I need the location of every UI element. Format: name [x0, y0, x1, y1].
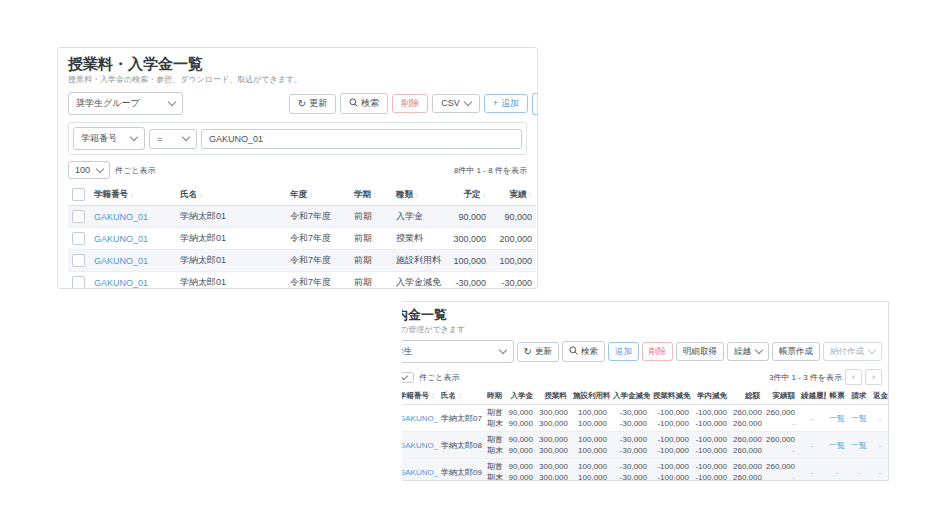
col-admission-fee: 入学金: [504, 388, 536, 405]
select-all-header[interactable]: [68, 184, 90, 206]
student-group-select[interactable]: ての学生: [402, 340, 514, 363]
refresh-button[interactable]: ↻ 更新: [517, 342, 559, 362]
cell-type: 入学金: [392, 206, 448, 228]
cell-name: 学納太郎01: [176, 206, 286, 228]
add-button[interactable]: 追加: [608, 342, 639, 361]
page-size-select[interactable]: 100: [68, 161, 110, 179]
cell-name: 学納太郎08: [438, 432, 484, 459]
refresh-button-label: 更新: [535, 347, 552, 356]
cell-year: 令和7年度: [286, 228, 350, 250]
table-row: GAKUNO_08 学納太郎08 期首期末 90,00090,000 300,0…: [402, 432, 889, 459]
cell-carryover: -: [798, 459, 826, 482]
student-id-link[interactable]: GAKUNO_01: [94, 212, 148, 222]
table-header-row: 学籍番号↕ 氏名↕ 時期 入学金 授業料 施設利用料 入学金減免 授業料減免 学…: [402, 388, 889, 405]
delete-button-label: 削除: [649, 347, 666, 356]
col-planned[interactable]: 予定↕: [448, 184, 490, 206]
per-page-label: 件ごと表示: [115, 165, 155, 176]
chevron-down-icon: [402, 371, 408, 379]
invoice-list-link[interactable]: 一覧: [851, 414, 867, 423]
toolbar: 奨学生グループ ↻ 更新 検索 削除 CSV + 追加: [68, 92, 527, 115]
col-tuition: 授業料: [536, 388, 570, 405]
cell-carryover: -: [798, 432, 826, 459]
student-id-link[interactable]: GAKUNO_01: [94, 256, 148, 266]
delete-button[interactable]: 削除: [642, 342, 673, 361]
table-header-row: 学籍番号↕ 氏名↕ 年度↕ 学期↕ 種類↕ 予定↕ 実績↕: [68, 184, 536, 206]
screen: { "panel1": { "title": "授業料・入学金一覧", "sub…: [0, 0, 928, 522]
refresh-button[interactable]: ↻ 更新: [289, 94, 336, 114]
filter-field-select[interactable]: 学籍番号: [73, 127, 145, 150]
student-id-link[interactable]: GAKUNO_07: [402, 414, 438, 423]
col-name[interactable]: 氏名↕: [176, 184, 286, 206]
next-page-button[interactable]: ›: [865, 369, 882, 385]
table-row: GAKUNO_01 学納太郎01 令和7年度 前期 入学金 90,000 90,…: [68, 206, 536, 228]
report-list-link[interactable]: 一覧: [829, 441, 845, 450]
cell-carryover: -: [798, 405, 826, 432]
col-student-id[interactable]: 学籍番号↕: [402, 388, 438, 405]
add-button[interactable]: + 追加: [484, 94, 528, 113]
deposit-list-panel: 内金一覧 の管理ができます ての学生 ↻ 更新 検索 追加 削除 明細取得 繰越: [402, 301, 889, 481]
chevron-down-icon: [182, 133, 190, 141]
page-size-value: 100: [75, 165, 90, 175]
col-actual[interactable]: 実績↕: [490, 184, 536, 206]
row-checkbox[interactable]: [72, 254, 85, 267]
student-id-link[interactable]: GAKUNO_08: [402, 441, 438, 450]
search-button[interactable]: 検索: [340, 93, 388, 114]
clipped-button[interactable]: [532, 93, 538, 115]
col-year[interactable]: 年度↕: [286, 184, 350, 206]
select-all-checkbox[interactable]: [72, 188, 85, 201]
student-group-select[interactable]: 奨学生グループ: [68, 92, 183, 115]
filter-operator-select[interactable]: =: [149, 129, 197, 149]
search-button[interactable]: 検索: [562, 341, 605, 362]
col-tuition-reduction: 授業料減免: [650, 388, 692, 405]
report-create-button[interactable]: 帳票作成: [772, 342, 820, 361]
cell-actual: 100,000: [490, 250, 536, 272]
col-total: 総額: [730, 388, 763, 405]
delete-button-label: 削除: [401, 99, 419, 108]
col-internal-reduction: 学内減免: [692, 388, 730, 405]
refresh-icon: ↻: [298, 99, 306, 109]
delete-button[interactable]: 削除: [392, 94, 428, 113]
detail-fetch-button-label: 明細取得: [683, 347, 717, 356]
student-id-link[interactable]: GAKUNO_01: [94, 278, 148, 288]
row-checkbox[interactable]: [72, 232, 85, 245]
report-list-link[interactable]: 一覧: [829, 414, 845, 423]
row-checkbox[interactable]: [72, 276, 85, 289]
col-report: 帳票: [826, 388, 848, 405]
col-term[interactable]: 学期↕: [350, 184, 392, 206]
cell-type: 施設利用料: [392, 250, 448, 272]
cell-report: -: [826, 459, 848, 482]
col-period: 時期: [484, 388, 504, 405]
cell-year: 令和7年度: [286, 272, 350, 290]
csv-button[interactable]: CSV: [432, 94, 480, 113]
sort-icon: ↕: [373, 191, 377, 198]
sort-icon: ↕: [130, 191, 134, 198]
payment-create-button[interactable]: 納付作成: [823, 342, 882, 361]
report-create-button-label: 帳票作成: [779, 347, 813, 356]
cell-name: 学納太郎01: [176, 250, 286, 272]
payment-create-button-label: 納付作成: [830, 347, 864, 356]
tuition-admission-list-panel: 授業料・入学金一覧 授業料・入学金の検索・参照、ダウンロード、取込ができます。 …: [57, 47, 538, 289]
table-row: GAKUNO_01 学納太郎01 令和7年度 前期 入学金減免 -30,000 …: [68, 272, 536, 290]
col-student-id[interactable]: 学籍番号↕: [90, 184, 176, 206]
prev-page-button[interactable]: ‹: [845, 369, 862, 385]
result-range-label: 3件中 1 - 3 件を表示: [769, 372, 842, 383]
row-checkbox[interactable]: [72, 210, 85, 223]
col-name[interactable]: 氏名↕: [438, 388, 484, 405]
student-id-link[interactable]: GAKUNO_09: [402, 468, 438, 477]
chevron-down-icon: [96, 164, 104, 172]
cell-planned: 300,000: [448, 228, 490, 250]
sort-icon: ↕: [431, 392, 435, 399]
col-type[interactable]: 種類↕: [392, 184, 448, 206]
cell-refund: -: [870, 405, 889, 432]
page-size-select[interactable]: [402, 372, 414, 383]
add-button-label: 追加: [501, 99, 519, 108]
page-size-row: 件ごと表示 3件中 1 - 3 件を表示 ‹ ›: [402, 369, 882, 385]
cell-year: 令和7年度: [286, 250, 350, 272]
student-id-link[interactable]: GAKUNO_01: [94, 234, 148, 244]
add-button-label: 追加: [615, 347, 632, 356]
carryover-button[interactable]: 繰越: [727, 342, 769, 361]
invoice-list-link[interactable]: 一覧: [851, 441, 867, 450]
filter-value-input[interactable]: [201, 129, 522, 149]
detail-fetch-button[interactable]: 明細取得: [676, 342, 724, 361]
table-row: GAKUNO_09 学納太郎09 期首期末 90,00090,000 300,0…: [402, 459, 889, 482]
